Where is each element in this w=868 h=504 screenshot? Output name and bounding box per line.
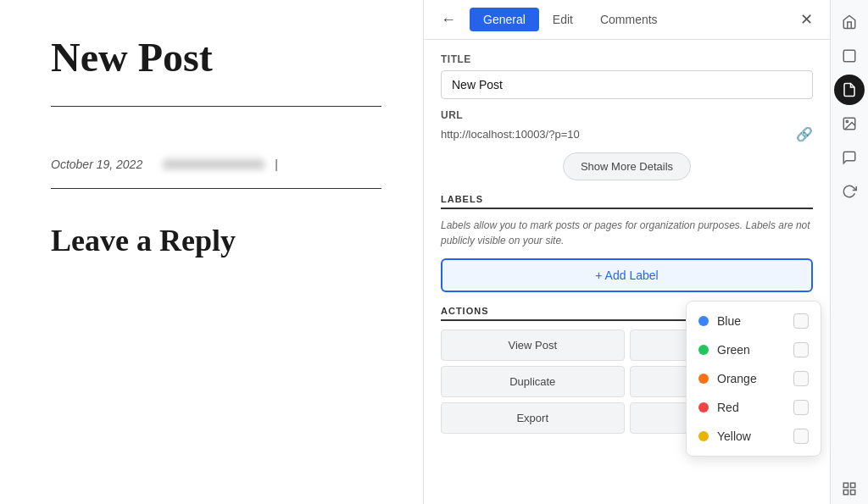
color-dropdown: Blue Green Orange Red Yellow xyxy=(686,301,821,457)
title-label: Title xyxy=(441,53,813,65)
back-button[interactable]: ← xyxy=(434,8,463,32)
divider-bottom xyxy=(51,188,381,189)
url-row: http://localhost:10003/?p=10 🔗 xyxy=(441,126,813,142)
tab-general[interactable]: General xyxy=(470,8,539,31)
color-name-orange: Orange xyxy=(717,372,757,385)
tab-bar: General Edit Comments xyxy=(470,8,787,31)
svg-rect-3 xyxy=(843,483,848,487)
green-checkbox[interactable] xyxy=(793,342,809,357)
url-value: http://localhost:10003/?p=10 xyxy=(441,128,789,141)
document-icon[interactable] xyxy=(834,75,865,105)
show-more-button[interactable]: Show More Details xyxy=(563,152,691,180)
panel-header: ← General Edit Comments ✕ xyxy=(424,0,830,40)
svg-point-2 xyxy=(846,120,848,122)
yellow-checkbox[interactable] xyxy=(793,429,809,444)
orange-dot xyxy=(698,374,709,384)
red-dot xyxy=(698,402,709,413)
title-input[interactable] xyxy=(441,70,813,99)
blue-checkbox[interactable] xyxy=(793,313,809,329)
color-name-green: Green xyxy=(717,343,750,357)
post-date: October 19, 2022 xyxy=(51,158,142,171)
grid-icon[interactable] xyxy=(834,474,865,504)
color-name-yellow: Yellow xyxy=(717,429,751,443)
reply-heading: Leave a Reply xyxy=(51,223,381,258)
color-name-blue: Blue xyxy=(717,314,741,328)
color-name-red: Red xyxy=(717,401,739,414)
blue-dot xyxy=(698,316,709,326)
svg-rect-6 xyxy=(851,490,855,495)
duplicate-button[interactable]: Duplicate xyxy=(441,366,625,397)
red-checkbox[interactable] xyxy=(793,400,809,415)
post-meta: October 19, 2022 | xyxy=(51,158,381,171)
export-button[interactable]: Export xyxy=(441,402,625,434)
color-option-green[interactable]: Green xyxy=(687,335,821,364)
yellow-dot xyxy=(698,431,709,441)
orange-checkbox[interactable] xyxy=(793,371,809,386)
green-dot xyxy=(698,345,709,355)
svg-rect-0 xyxy=(843,50,855,62)
page-content: New Post October 19, 2022 | Leave a Repl… xyxy=(0,0,432,504)
svg-rect-4 xyxy=(851,483,855,487)
tab-comments[interactable]: Comments xyxy=(587,8,671,31)
comment-icon[interactable] xyxy=(834,142,865,173)
add-label-button[interactable]: + Add Label xyxy=(441,258,813,292)
refresh-icon[interactable] xyxy=(834,176,865,207)
color-option-red[interactable]: Red xyxy=(687,393,821,422)
close-button[interactable]: ✕ xyxy=(793,7,820,32)
link-icon[interactable]: 🔗 xyxy=(796,126,813,142)
image-icon[interactable] xyxy=(834,108,865,139)
color-option-yellow[interactable]: Yellow xyxy=(687,422,821,451)
home-icon[interactable] xyxy=(834,7,865,37)
labels-section-title: LABELS xyxy=(441,194,813,209)
post-title: New Post xyxy=(51,34,381,80)
svg-rect-5 xyxy=(843,490,848,495)
color-option-blue[interactable]: Blue xyxy=(687,307,821,335)
color-option-orange[interactable]: Orange xyxy=(687,364,821,393)
meta-dot: | xyxy=(275,158,278,171)
labels-description: Labels allow you to mark posts or pages … xyxy=(441,218,813,248)
tab-edit[interactable]: Edit xyxy=(539,8,587,31)
page-icon[interactable] xyxy=(834,41,865,71)
divider-top xyxy=(51,106,381,107)
icon-rail xyxy=(830,0,868,504)
post-author-blur xyxy=(163,159,264,169)
view-post-button[interactable]: View Post xyxy=(441,330,625,361)
url-label: URL xyxy=(441,109,813,121)
